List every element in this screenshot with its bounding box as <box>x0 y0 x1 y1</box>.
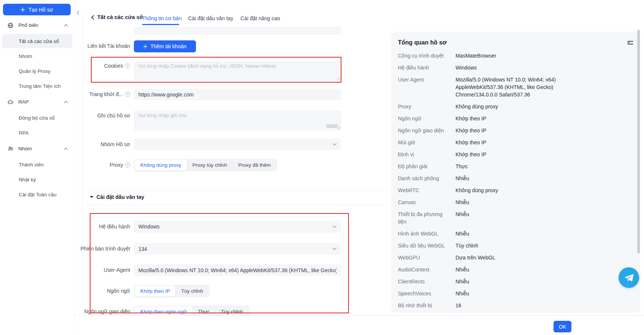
plus-icon <box>143 44 147 49</box>
segment-option[interactable]: Tùy chỉnh <box>215 306 249 315</box>
tab-fingerprint-settings[interactable]: Cài đặt dấu vân tay <box>188 15 233 21</box>
footer-divider <box>74 315 644 316</box>
overview-row: Hình ảnh WebGLNhiễu <box>398 228 634 240</box>
help-icon[interactable]: ? <box>125 92 130 97</box>
back-chevron-icon <box>91 15 94 20</box>
fingerprint-section-header[interactable]: Cài đặt dấu vân tay <box>90 194 144 200</box>
cookies-input[interactable] <box>134 61 341 81</box>
overview-row: Định vịKhớp theo IP <box>398 148 634 160</box>
overview-row: WebGPUDựa trên WebGL <box>398 252 634 264</box>
panel-toggle-icon[interactable] <box>627 40 634 45</box>
overview-row: Công cụ trình duyệtMasMateBrowser <box>398 50 634 62</box>
ui-language-label: Ngôn ngữ giao diện <box>67 308 130 314</box>
overview-row-label: Canvas <box>398 199 450 206</box>
overview-row-label: Hệ điều hành <box>398 64 450 71</box>
overview-row-value: MasMateBrowser <box>456 52 496 59</box>
start-page-input[interactable] <box>134 89 341 100</box>
overview-row-value: Nhiễu <box>456 175 469 182</box>
overview-row-label: Siêu dữ liệu WebGL <box>398 242 450 249</box>
overview-row-label: SpeechVoices <box>398 290 450 297</box>
cookies-field-wrap <box>134 61 341 81</box>
overview-row: Bộ nhớ thiết bị16 <box>398 299 634 311</box>
panel-title: Tổng quan hồ sơ <box>398 39 447 46</box>
overview-row-label: Độ phân giải <box>398 163 450 170</box>
os-select[interactable]: Windows <box>134 221 341 233</box>
clipped-field[interactable] <box>134 27 341 35</box>
overview-row-label: AudioContext <box>398 266 450 273</box>
overview-row-label: ClientRects <box>398 278 450 285</box>
user-agent-label: User-Agent <box>67 267 130 273</box>
help-icon[interactable]: ? <box>125 162 130 168</box>
overview-row-label: Định vị <box>398 151 450 158</box>
overview-row-label: Ngôn ngữ <box>398 115 450 122</box>
notes-field-wrap: 0/500 <box>134 110 341 130</box>
overview-row-label: WebRTC <box>398 187 450 194</box>
overview-row-label: Công cụ trình duyệt <box>398 52 450 59</box>
overview-row-label: Ngôn ngữ giao diện <box>398 127 450 134</box>
overview-row-value: Windows <box>456 64 477 71</box>
segment-option[interactable]: Proxy đã thêm <box>233 160 276 170</box>
overview-row-value: Nhiễu <box>456 230 469 237</box>
overview-row-value: Không dùng proxy <box>456 187 498 194</box>
overview-row-value: Nhiễu <box>456 210 469 225</box>
segment-option[interactable]: Proxy tùy chỉnh <box>187 160 233 170</box>
overview-row: AudioContextNhiễu <box>398 264 634 276</box>
profile-group-label: Nhóm Hồ sơ <box>67 141 130 147</box>
profile-overview-panel: Tổng quan hồ sơ Công cụ trình duyệtMasMa… <box>391 32 640 313</box>
overview-row-label: Proxy <box>398 103 450 110</box>
language-label: Ngôn ngữ <box>67 288 130 294</box>
tab-advanced-settings[interactable]: Cài đặt nâng cao <box>240 15 280 21</box>
overview-row-value: Khớp theo IP <box>456 115 486 122</box>
overview-row-label: WebGPU <box>398 254 450 261</box>
segment-option[interactable]: Thực <box>193 306 216 315</box>
user-agent-input[interactable] <box>134 264 341 276</box>
telegram-icon <box>624 273 634 283</box>
add-account-button[interactable]: Thêm tài khoản <box>134 40 196 52</box>
segment-option[interactable]: Khớp theo ngôn ngữ <box>135 306 193 315</box>
overview-row: Hệ điều hànhWindows <box>398 62 634 74</box>
start-page-field-wrap <box>134 89 341 100</box>
overview-row: ProxyKhông dùng proxy <box>398 101 634 113</box>
browser-version-select[interactable]: 134 <box>134 243 341 255</box>
overview-row-value: Thực <box>456 163 468 170</box>
overview-row: Đồng thời phần cứng8 <box>398 311 634 313</box>
proxy-label: Proxy ? <box>67 162 130 168</box>
start-page-label: Trang khởi đ... ? <box>67 91 130 97</box>
segment-option[interactable]: Không dùng proxy <box>135 160 187 170</box>
overview-row: SpeechVoicesNhiễu <box>398 288 634 299</box>
overview-row-value: 16 <box>456 302 461 309</box>
overview-row-value: Không dùng proxy <box>456 103 498 110</box>
cookies-label: Cookies ? <box>67 63 130 69</box>
help-icon[interactable]: ? <box>125 63 130 68</box>
profile-form-area: Tất cả các cửa sổ Thông tin cơ bản Cài đ… <box>0 0 390 315</box>
profile-group-select[interactable] <box>134 138 341 150</box>
notes-input[interactable] <box>134 110 341 130</box>
segment-option[interactable]: Khớp theo IP <box>135 286 175 296</box>
overview-row-value: Khớp theo IP <box>456 127 486 134</box>
browser-version-value: 134 <box>138 246 147 252</box>
overview-row-label: User Agent <box>398 76 450 98</box>
tab-basic-info[interactable]: Thông tin cơ bản <box>142 15 182 21</box>
ok-button[interactable]: OK <box>553 321 571 332</box>
ui-language-segmented: Khớp theo ngôn ngữThựcTùy chỉnh <box>134 305 249 315</box>
chevron-down-icon <box>332 248 337 250</box>
divider <box>87 205 389 205</box>
language-segmented: Khớp theo IPTùy chỉnh <box>134 285 209 297</box>
overview-rows: Công cụ trình duyệtMasMateBrowserHệ điều… <box>398 50 634 313</box>
caret-down-icon <box>90 196 93 198</box>
segment-option[interactable]: Tùy chỉnh <box>175 286 209 296</box>
back-label: Tất cả các cửa sổ <box>97 14 143 20</box>
back-button[interactable]: Tất cả các cửa sổ <box>91 14 143 20</box>
overview-row: CanvasNhiễu <box>398 196 634 208</box>
chevron-down-icon <box>332 225 337 228</box>
overview-row: Danh sách phôngNhiễu <box>398 172 634 184</box>
overview-row-value: Khớp theo IP <box>456 139 486 146</box>
link-account-label: Liên kết Tài khoản <box>67 43 130 49</box>
window-scrollbar-thumb[interactable] <box>637 30 640 253</box>
proxy-segmented: Không dùng proxyProxy tùy chỉnhProxy đã … <box>134 159 277 171</box>
overview-row-value: Nhiễu <box>456 278 469 285</box>
fingerprint-section-title: Cài đặt dấu vân tay <box>96 194 144 200</box>
overview-row-value: Khớp theo IP <box>456 151 486 158</box>
overview-row-value: Mozilla/5.0 (Windows NT 10.0; Win64; x64… <box>456 76 559 98</box>
telegram-button[interactable] <box>619 267 639 288</box>
